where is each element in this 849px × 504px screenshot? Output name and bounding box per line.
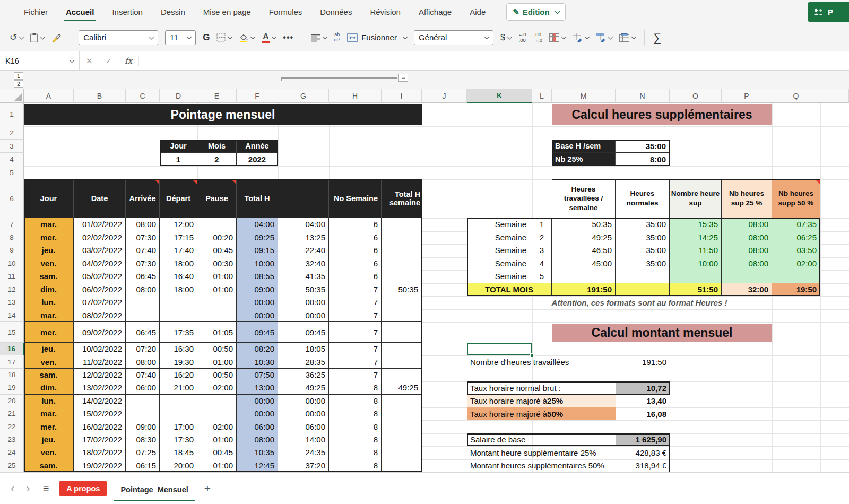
week-number[interactable]: 4 [532,257,552,271]
cell-D17[interactable]: 19:30 [160,355,197,368]
cell-A12[interactable]: dim. [24,283,74,297]
row-header-17[interactable]: 17 [0,355,24,368]
amount-label[interactable]: Montant heures supplémentaires 50% [467,459,616,472]
rate-value[interactable]: 10,72 [616,381,670,394]
row-header-4[interactable]: 4 [0,153,24,166]
cell-F19[interactable]: 13:00 [237,381,278,394]
row-header-21[interactable]: 21 [0,407,24,420]
column-header-F[interactable]: F [237,89,278,103]
week-worked[interactable]: 49:25 [552,231,616,245]
edition-mode-button[interactable]: ✎ Edition [506,3,565,21]
cell-D18[interactable]: 16:20 [160,369,197,381]
cell-D20[interactable] [160,395,197,407]
cell-I9[interactable] [382,244,422,257]
collapse-group-button[interactable]: − [398,74,408,82]
cell-E23[interactable]: 01:00 [197,433,237,446]
cell-H8[interactable]: 6 [329,231,382,245]
cell-B8[interactable]: 02/02/2022 [74,231,126,245]
menu-item-donnees[interactable]: Données [311,0,361,24]
cell-C19[interactable]: 06:00 [126,381,160,394]
cell-B20[interactable]: 14/02/2022 [74,395,126,407]
column-header-L[interactable]: L [532,89,552,103]
timesheet-header-date[interactable]: Date [74,179,126,218]
cell-E12[interactable]: 01:00 [197,283,237,297]
cell-E13[interactable] [197,296,237,309]
week-header[interactable]: Nb heures sup 25 % [722,179,772,218]
week-sup50[interactable]: 07:35 [772,218,820,231]
row-header-11[interactable]: 11 [0,270,24,283]
font-color-button[interactable]: A [262,32,276,43]
cell-G20[interactable]: 00:00 [278,395,329,407]
timesheet-header-pause[interactable]: Pause [197,179,237,218]
cell-D23[interactable]: 17:30 [160,433,197,446]
cell-styles-button[interactable] [619,33,636,42]
week-header[interactable]: Heures travaillées / semaine [552,179,616,218]
rate-label[interactable]: Taux horaire majoré à 50% [467,407,616,420]
amount-label[interactable]: Montant heure supplémentaire 25% [467,446,616,459]
cell-C14[interactable] [126,309,160,323]
cell-G19[interactable]: 49:25 [278,381,329,394]
cell-H13[interactable]: 7 [329,296,382,309]
week-normal[interactable]: 35:00 [616,231,670,245]
cell-D16[interactable]: 16:30 [160,343,197,355]
cell-C13[interactable] [126,296,160,309]
cell-G7[interactable]: 04:00 [278,218,329,231]
row-header-1[interactable]: 1 [0,103,24,126]
cell-D7[interactable]: 12:00 [160,218,197,231]
column-header-J[interactable]: J [422,89,467,103]
week-number[interactable]: 1 [532,218,552,231]
week-header[interactable]: Nombre heure sup [670,179,722,218]
cell-D24[interactable]: 18:45 [160,446,197,459]
cell-F13[interactable]: 00:00 [237,296,278,309]
cell-I14[interactable] [382,309,422,323]
cell-C7[interactable]: 08:00 [126,218,160,231]
row-header-18[interactable]: 18 [0,369,24,381]
total-label[interactable]: TOTAL MOIS [467,283,552,297]
cell-E17[interactable]: 01:00 [197,355,237,368]
cell-F17[interactable]: 10:30 [237,355,278,368]
cell-B17[interactable]: 11/02/2022 [74,355,126,368]
cell-C10[interactable]: 07:30 [126,257,160,271]
cell-H11[interactable]: 6 [329,270,382,283]
cell-A25[interactable]: sam. [24,459,74,472]
row-header-19[interactable]: 19 [0,381,24,394]
menu-item-mise-en-page[interactable]: Mise en page [194,0,260,24]
row-header-25[interactable]: 25 [0,459,24,472]
week-sup25[interactable]: 08:00 [722,257,772,271]
font-size-select[interactable]: 11 [165,30,196,45]
week-label[interactable]: Semaine [467,257,532,271]
column-header-A[interactable]: A [24,89,74,103]
cell-G15[interactable]: 09:45 [278,322,329,343]
cell-B16[interactable]: 10/02/2022 [74,343,126,355]
cell-G17[interactable]: 28:35 [278,355,329,368]
date-selector-value[interactable]: 1 [160,153,197,166]
cell-G13[interactable]: 00:00 [278,296,329,309]
total-sup[interactable]: 51:50 [670,283,722,297]
row-header-8[interactable]: 8 [0,231,24,245]
amount-value[interactable]: 318,94 € [616,459,670,472]
cell-E24[interactable]: 00:45 [197,446,237,459]
column-header-C[interactable]: C [126,89,160,103]
cell-F11[interactable]: 08:55 [237,270,278,283]
cell-B25[interactable]: 19/02/2022 [74,459,126,472]
timesheet-header-no-semaine[interactable]: No Semaine [329,179,382,218]
column-header-extra[interactable] [820,89,849,103]
column-header-D[interactable]: D [160,89,197,103]
number-format-select[interactable]: Général [414,30,493,45]
fill-color-button[interactable] [239,33,255,42]
cell-B19[interactable]: 13/02/2022 [74,381,126,394]
column-header-N[interactable]: N [616,89,670,103]
week-worked[interactable]: 46:50 [552,244,616,257]
cell-C11[interactable]: 06:45 [126,270,160,283]
rate-value[interactable]: 13,40 [616,395,670,407]
row-header-5[interactable]: 5 [0,166,24,179]
week-normal[interactable]: 35:00 [616,244,670,257]
cell-A24[interactable]: ven. [24,446,74,459]
cell-A13[interactable]: lun. [24,296,74,309]
row-header-6[interactable]: 6 [0,179,24,218]
column-header-K[interactable]: K [467,89,532,103]
share-button[interactable]: P [808,2,849,22]
cell-I21[interactable] [382,407,422,420]
cell-A21[interactable]: mar. [24,407,74,420]
row-header-9[interactable]: 9 [0,244,24,257]
